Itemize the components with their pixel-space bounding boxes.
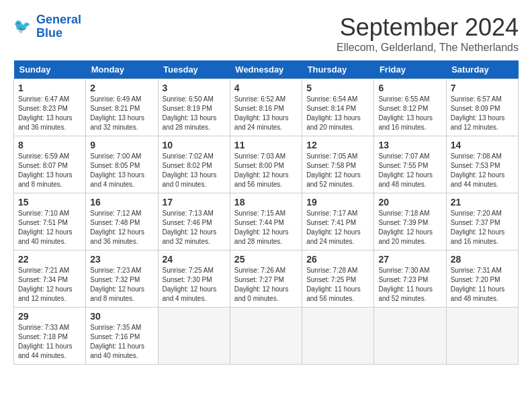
table-row: 9Sunrise: 7:00 AMSunset: 8:05 PMDaylight… — [86, 136, 158, 193]
col-tuesday: Tuesday — [158, 60, 230, 79]
table-row: 7Sunrise: 6:57 AMSunset: 8:09 PMDaylight… — [446, 79, 518, 136]
week-row-4: 29Sunrise: 7:33 AMSunset: 7:18 PMDayligh… — [14, 308, 519, 365]
table-row — [230, 308, 302, 365]
table-row: 18Sunrise: 7:15 AMSunset: 7:44 PMDayligh… — [230, 193, 302, 250]
week-row-0: 1Sunrise: 6:47 AMSunset: 8:23 PMDaylight… — [14, 79, 519, 136]
logo: 🐦 General Blue — [13, 13, 81, 40]
table-row: 8Sunrise: 6:59 AMSunset: 8:07 PMDaylight… — [14, 136, 86, 193]
col-saturday: Saturday — [446, 60, 518, 79]
table-row: 4Sunrise: 6:52 AMSunset: 8:16 PMDaylight… — [230, 79, 302, 136]
table-row: 3Sunrise: 6:50 AMSunset: 8:19 PMDaylight… — [158, 79, 230, 136]
table-row: 13Sunrise: 7:07 AMSunset: 7:55 PMDayligh… — [374, 136, 446, 193]
table-row — [158, 308, 230, 365]
table-row: 25Sunrise: 7:26 AMSunset: 7:27 PMDayligh… — [230, 250, 302, 308]
table-row: 19Sunrise: 7:17 AMSunset: 7:41 PMDayligh… — [302, 193, 374, 250]
location-subtitle: Ellecom, Gelderland, The Netherlands — [337, 42, 519, 54]
table-row: 10Sunrise: 7:02 AMSunset: 8:02 PMDayligh… — [158, 136, 230, 193]
table-row: 11Sunrise: 7:03 AMSunset: 8:00 PMDayligh… — [230, 136, 302, 193]
table-row: 27Sunrise: 7:30 AMSunset: 7:23 PMDayligh… — [374, 250, 446, 308]
logo-icon: 🐦 — [13, 17, 34, 37]
table-row: 5Sunrise: 6:54 AMSunset: 8:14 PMDaylight… — [302, 79, 374, 136]
table-row: 1Sunrise: 6:47 AMSunset: 8:23 PMDaylight… — [14, 79, 86, 136]
table-row — [374, 308, 446, 365]
table-row: 23Sunrise: 7:23 AMSunset: 7:32 PMDayligh… — [86, 250, 158, 308]
table-row: 24Sunrise: 7:25 AMSunset: 7:30 PMDayligh… — [158, 250, 230, 308]
table-row: 2Sunrise: 6:49 AMSunset: 8:21 PMDaylight… — [86, 79, 158, 136]
col-monday: Monday — [86, 60, 158, 79]
logo-line1: General — [36, 13, 81, 26]
col-thursday: Thursday — [302, 60, 374, 79]
col-friday: Friday — [374, 60, 446, 79]
table-row: 29Sunrise: 7:33 AMSunset: 7:18 PMDayligh… — [14, 308, 86, 365]
page-header: 🐦 General Blue September 2024 Ellecom, G… — [13, 13, 519, 54]
title-area: September 2024 Ellecom, Gelderland, The … — [337, 13, 519, 54]
logo-text: General Blue — [36, 13, 81, 40]
table-row: 15Sunrise: 7:10 AMSunset: 7:51 PMDayligh… — [14, 193, 86, 250]
week-row-2: 15Sunrise: 7:10 AMSunset: 7:51 PMDayligh… — [14, 193, 519, 250]
calendar-table: Sunday Monday Tuesday Wednesday Thursday… — [13, 60, 519, 365]
table-row: 6Sunrise: 6:55 AMSunset: 8:12 PMDaylight… — [374, 79, 446, 136]
logo-line2: Blue — [36, 27, 81, 40]
table-row: 22Sunrise: 7:21 AMSunset: 7:34 PMDayligh… — [14, 250, 86, 308]
table-row: 28Sunrise: 7:31 AMSunset: 7:20 PMDayligh… — [446, 250, 518, 308]
week-row-3: 22Sunrise: 7:21 AMSunset: 7:34 PMDayligh… — [14, 250, 519, 308]
table-row: 17Sunrise: 7:13 AMSunset: 7:46 PMDayligh… — [158, 193, 230, 250]
table-row — [302, 308, 374, 365]
table-row: 26Sunrise: 7:28 AMSunset: 7:25 PMDayligh… — [302, 250, 374, 308]
table-row: 30Sunrise: 7:35 AMSunset: 7:16 PMDayligh… — [86, 308, 158, 365]
svg-text:🐦: 🐦 — [13, 17, 32, 35]
month-title: September 2024 — [337, 13, 519, 42]
table-row — [446, 308, 518, 365]
table-row: 21Sunrise: 7:20 AMSunset: 7:37 PMDayligh… — [446, 193, 518, 250]
week-row-1: 8Sunrise: 6:59 AMSunset: 8:07 PMDaylight… — [14, 136, 519, 193]
col-wednesday: Wednesday — [230, 60, 302, 79]
table-row: 12Sunrise: 7:05 AMSunset: 7:58 PMDayligh… — [302, 136, 374, 193]
table-row: 14Sunrise: 7:08 AMSunset: 7:53 PMDayligh… — [446, 136, 518, 193]
table-row: 20Sunrise: 7:18 AMSunset: 7:39 PMDayligh… — [374, 193, 446, 250]
col-sunday: Sunday — [14, 60, 86, 79]
table-row: 16Sunrise: 7:12 AMSunset: 7:48 PMDayligh… — [86, 193, 158, 250]
header-row: Sunday Monday Tuesday Wednesday Thursday… — [14, 60, 519, 79]
